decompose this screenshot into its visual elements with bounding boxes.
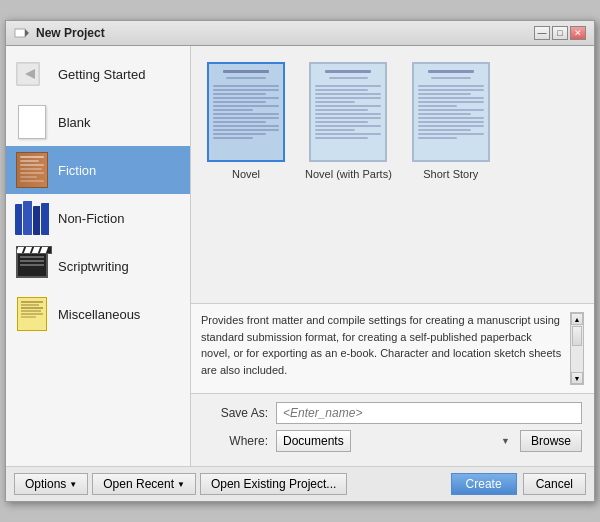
template-preview-novel-parts [309,62,387,162]
footer-left: Options ▼ Open Recent ▼ Open Existing Pr… [14,473,347,495]
scroll-track [571,325,583,372]
window-title: New Project [36,26,105,40]
form-area: Save As: Where: Documents ▼ Browse [191,393,594,466]
template-preview-short-story [412,62,490,162]
open-recent-dropdown-icon: ▼ [177,480,185,489]
create-button[interactable]: Create [451,473,517,495]
main-area: Novel [191,46,594,466]
sidebar: Getting Started Blank [6,46,191,466]
scroll-thumb[interactable] [572,326,582,346]
browse-button[interactable]: Browse [520,430,582,452]
miscellaneous-icon [14,296,50,332]
save-as-input[interactable] [276,402,582,424]
description-text: Provides front matter and compile settin… [201,312,564,385]
template-preview-novel [207,62,285,162]
close-button[interactable]: ✕ [570,26,586,40]
sidebar-item-miscellaneous[interactable]: Miscellaneous [6,290,190,338]
save-as-label: Save As: [203,406,268,420]
template-novel[interactable]: Novel [207,62,285,180]
title-bar-left: New Project [14,25,105,41]
maximize-button[interactable]: □ [552,26,568,40]
template-label-novel: Novel [232,168,260,180]
sidebar-item-label-fiction: Fiction [58,163,96,178]
footer-area: Options ▼ Open Recent ▼ Open Existing Pr… [6,466,594,501]
sidebar-item-label-blank: Blank [58,115,91,130]
where-select-wrapper: Documents ▼ [276,430,514,452]
sidebar-item-getting-started[interactable]: Getting Started [6,50,190,98]
templates-grid: Novel [191,46,594,303]
scriptwriting-icon [14,248,50,284]
svg-marker-1 [25,29,29,37]
open-existing-button[interactable]: Open Existing Project... [200,473,347,495]
where-select[interactable]: Documents [276,430,351,452]
footer-right: Create Cancel [451,473,586,495]
scroll-down-button[interactable]: ▼ [571,372,583,384]
title-bar: New Project — □ ✕ [6,21,594,46]
non-fiction-icon [14,200,50,236]
options-label: Options [25,477,66,491]
options-button[interactable]: Options ▼ [14,473,88,495]
template-label-novel-parts: Novel (with Parts) [305,168,392,180]
sidebar-item-scriptwriting[interactable]: Scriptwriting [6,242,190,290]
where-label: Where: [203,434,268,448]
new-project-window: New Project — □ ✕ Getting Started [5,20,595,502]
sidebar-item-label-non-fiction: Non-Fiction [58,211,124,226]
options-dropdown-icon: ▼ [69,480,77,489]
description-area: Provides front matter and compile settin… [191,303,594,393]
blank-icon [14,104,50,140]
select-arrow-icon: ▼ [501,436,510,446]
sidebar-item-fiction[interactable]: Fiction [6,146,190,194]
sidebar-item-non-fiction[interactable]: Non-Fiction [6,194,190,242]
open-recent-label: Open Recent [103,477,174,491]
sidebar-item-blank[interactable]: Blank [6,98,190,146]
where-row: Where: Documents ▼ Browse [203,430,582,452]
save-as-row: Save As: [203,402,582,424]
where-select-wrap: Documents ▼ Browse [276,430,582,452]
description-scrollbar[interactable]: ▲ ▼ [570,312,584,385]
title-buttons: — □ ✕ [534,26,586,40]
cancel-button[interactable]: Cancel [523,473,586,495]
sidebar-item-label-scriptwriting: Scriptwriting [58,259,129,274]
fiction-icon [14,152,50,188]
content-area: Getting Started Blank [6,46,594,466]
sidebar-item-label-getting-started: Getting Started [58,67,145,82]
getting-started-icon [14,56,50,92]
window-icon [14,25,30,41]
open-recent-button[interactable]: Open Recent ▼ [92,473,196,495]
svg-rect-0 [15,29,25,37]
minimize-button[interactable]: — [534,26,550,40]
template-short-story[interactable]: Short Story [412,62,490,180]
template-novel-parts[interactable]: Novel (with Parts) [305,62,392,180]
template-label-short-story: Short Story [423,168,478,180]
sidebar-item-label-miscellaneous: Miscellaneous [58,307,140,322]
scroll-up-button[interactable]: ▲ [571,313,583,325]
